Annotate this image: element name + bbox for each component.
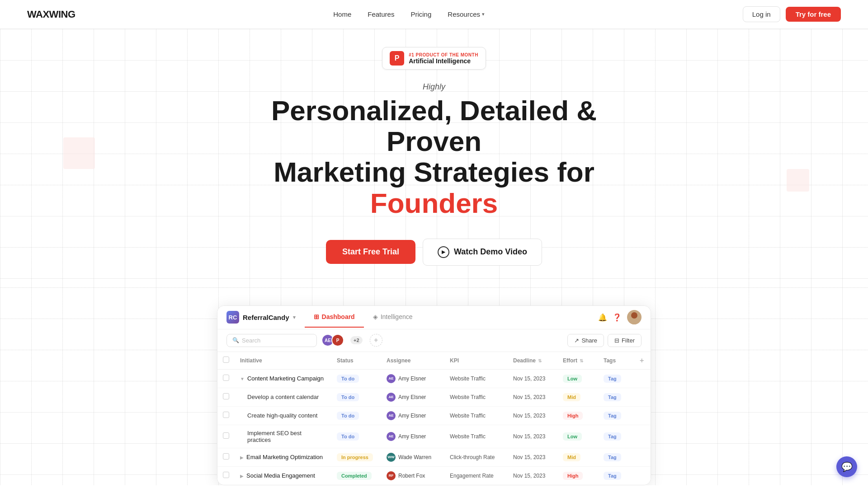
- tag-badge: Tag: [604, 393, 621, 401]
- header-effort[interactable]: Effort ⇅: [557, 352, 598, 370]
- avatar-2: P: [331, 334, 344, 347]
- user-avatar[interactable]: [627, 310, 642, 324]
- logo: WAXWING: [27, 9, 75, 20]
- expand-icon[interactable]: ▶: [240, 474, 244, 479]
- row-checkbox[interactable]: [223, 375, 229, 381]
- watch-demo-button[interactable]: ▶ Watch Demo Video: [423, 239, 542, 266]
- login-button[interactable]: Log in: [743, 6, 780, 22]
- kpi-value: Click-through Rate: [450, 454, 495, 460]
- header-tags: Tags: [598, 352, 634, 370]
- add-member-button[interactable]: +: [370, 334, 382, 347]
- start-trial-button[interactable]: Start Free Trial: [326, 240, 415, 264]
- initiative-name: Create high-quality content: [247, 412, 317, 419]
- table-row: Implement SEO best practicesTo do AE Amy…: [217, 425, 651, 448]
- search-box[interactable]: 🔍 Search: [226, 334, 317, 347]
- hero-section: P #1 PRODUCT OF THE MONTH Artificial Int…: [0, 29, 868, 485]
- header-initiative: Initiative: [235, 352, 331, 370]
- bell-icon[interactable]: 🔔: [598, 313, 607, 322]
- filter-button[interactable]: ⊟ Filter: [608, 334, 642, 347]
- dashboard-tabs: ⊞ Dashboard ◈ Intelligence: [305, 307, 422, 328]
- effort-badge: High: [563, 412, 583, 420]
- initiative-name: Implement SEO best practices: [247, 430, 302, 443]
- search-placeholder: Search: [242, 337, 260, 344]
- help-icon[interactable]: ❓: [613, 313, 622, 322]
- toolbar-left: 🔍 Search AE P +2 +: [226, 334, 382, 347]
- header-deadline[interactable]: Deadline ⇅: [508, 352, 557, 370]
- nav-home[interactable]: Home: [333, 10, 351, 18]
- assignee-cell: AE Amy Elsner: [387, 411, 439, 420]
- share-icon: ↗: [574, 337, 579, 344]
- header-select-all[interactable]: [217, 352, 235, 370]
- hero-heading: Personalized, Detailed & Proven Marketin…: [253, 95, 615, 219]
- tag-badge: Tag: [604, 375, 621, 383]
- chevron-down-icon: ▾: [482, 11, 485, 17]
- status-badge: In progress: [337, 453, 373, 461]
- tag-badge: Tag: [604, 412, 621, 420]
- nav-resources[interactable]: Resources: [448, 10, 480, 18]
- initiative-name: Social Media Engagement: [246, 472, 315, 479]
- deadline-value: Nov 15, 2023: [513, 433, 545, 440]
- assignee-name: Wade Warren: [398, 454, 431, 460]
- hero-heading-line2: Marketing Strategies for: [274, 156, 594, 188]
- kpi-value: Website Traffic: [450, 433, 486, 440]
- table-row: ▶Social Media EngagementCompleted RF Rob…: [217, 466, 651, 485]
- row-checkbox[interactable]: [223, 472, 229, 478]
- assignee-name: Amy Elsner: [398, 413, 426, 419]
- row-checkbox[interactable]: [223, 412, 229, 418]
- product-hunt-icon: P: [390, 51, 404, 66]
- nav-pricing[interactable]: Pricing: [410, 10, 431, 18]
- chat-bubble[interactable]: 💬: [836, 456, 857, 477]
- assignee-avatar: AE: [387, 411, 396, 420]
- svg-point-0: [631, 312, 637, 319]
- table-row: Create high-quality contentTo do AE Amy …: [217, 406, 651, 425]
- tab-dashboard[interactable]: ⊞ Dashboard: [305, 307, 364, 328]
- row-checkbox[interactable]: [223, 432, 229, 439]
- dashboard-toolbar: 🔍 Search AE P +2 + ↗ Share: [217, 329, 651, 352]
- assignee-avatar: AE: [387, 374, 396, 383]
- table-body: ▼Content Marketing CampaignTo do AE Amy …: [217, 369, 651, 485]
- tab-intelligence[interactable]: ◈ Intelligence: [364, 307, 422, 328]
- assignee-avatar: WW: [387, 453, 396, 462]
- row-checkbox[interactable]: [223, 453, 229, 460]
- brand-icon: RC: [226, 311, 239, 324]
- user-avatars: AE P: [321, 334, 344, 347]
- assignee-avatar: AE: [387, 432, 396, 441]
- dashboard-brand[interactable]: RC ReferralCandy ▾: [226, 311, 296, 324]
- deadline-value: Nov 15, 2023: [513, 394, 545, 400]
- tag-badge: Tag: [604, 453, 621, 461]
- status-badge: Completed: [337, 472, 372, 480]
- status-badge: To do: [337, 412, 359, 420]
- add-column-icon[interactable]: +: [640, 357, 644, 364]
- status-badge: To do: [337, 375, 359, 383]
- deadline-value: Nov 15, 2023: [513, 413, 545, 419]
- status-badge: To do: [337, 393, 359, 401]
- search-icon: 🔍: [232, 337, 239, 343]
- dashboard-topbar: RC ReferralCandy ▾ ⊞ Dashboard ◈ Intelli…: [217, 306, 651, 329]
- initiatives-table: Initiative Status Assignee KPI Deadline …: [217, 352, 651, 485]
- select-all-checkbox[interactable]: [223, 357, 229, 363]
- effort-badge: High: [563, 472, 583, 480]
- filter-icon: ⊟: [614, 337, 619, 344]
- svg-point-1: [629, 319, 640, 324]
- share-button[interactable]: ↗ Share: [567, 334, 604, 347]
- deadline-sort-icon: ⇅: [538, 358, 542, 363]
- nav-features[interactable]: Features: [368, 10, 394, 18]
- effort-badge: Low: [563, 375, 582, 383]
- row-checkbox[interactable]: [223, 393, 229, 399]
- initiative-name: Content Marketing Campaign: [247, 375, 324, 382]
- header-status: Status: [331, 352, 381, 370]
- ph-title: Artificial Intelligence: [409, 57, 478, 65]
- expand-icon[interactable]: ▶: [240, 455, 244, 460]
- dashboard-wrapper: RC ReferralCandy ▾ ⊞ Dashboard ◈ Intelli…: [0, 287, 868, 485]
- deadline-value: Nov 15, 2023: [513, 454, 545, 460]
- intelligence-tab-icon: ◈: [373, 313, 378, 320]
- try-free-button[interactable]: Try for free: [786, 7, 841, 22]
- table-row: ▼Content Marketing CampaignTo do AE Amy …: [217, 369, 651, 388]
- header-add-column[interactable]: +: [634, 352, 651, 370]
- nav-resources-dropdown[interactable]: Resources ▾: [448, 10, 485, 18]
- product-hunt-text: #1 PRODUCT OF THE MONTH Artificial Intel…: [409, 52, 478, 65]
- status-badge: To do: [337, 432, 359, 441]
- kpi-value: Engagement Rate: [450, 473, 494, 479]
- expand-icon[interactable]: ▼: [240, 376, 245, 381]
- table-header: Initiative Status Assignee KPI Deadline …: [217, 352, 651, 370]
